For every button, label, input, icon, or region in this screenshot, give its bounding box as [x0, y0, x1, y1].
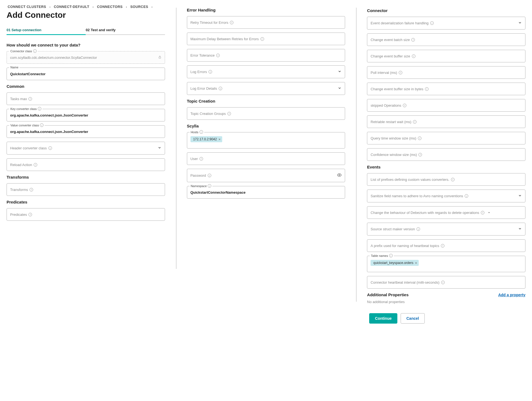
breadcrumb[interactable]: CONNECT CLUSTERS › CONNECT-DEFAULT › CON…: [7, 5, 165, 9]
password-input[interactable]: Password i: [187, 169, 345, 182]
breadcrumb-item[interactable]: CONNECT CLUSTERS: [8, 5, 46, 9]
chevron-right-icon: ›: [50, 5, 51, 8]
info-icon[interactable]: i: [209, 70, 212, 74]
info-icon[interactable]: i: [48, 146, 52, 150]
header-converter-select[interactable]: Header converter class i: [7, 142, 165, 155]
predicates-heading: Predicates: [7, 200, 165, 204]
info-icon[interactable]: i: [451, 178, 455, 181]
info-icon[interactable]: i: [430, 21, 434, 25]
info-icon[interactable]: i: [227, 112, 231, 115]
common-heading: Common: [7, 84, 165, 89]
skipped-operations-input[interactable]: skipped Operations i: [367, 99, 525, 112]
breadcrumb-item[interactable]: CONNECTORS: [97, 5, 123, 9]
heartbeat-prefix-input[interactable]: A prefix used for naming of heartbeat to…: [367, 239, 525, 252]
event-deser-failure-select[interactable]: Event deserialization failure handling i: [367, 17, 525, 30]
change-event-batch-size-input[interactable]: Change event batch size i: [367, 33, 525, 46]
info-icon[interactable]: i: [465, 194, 468, 198]
info-icon[interactable]: i: [418, 136, 421, 140]
info-icon[interactable]: i: [208, 184, 211, 188]
info-icon[interactable]: i: [441, 244, 444, 248]
tasks-max-input[interactable]: Tasks max i: [7, 92, 165, 105]
delete-operations-select[interactable]: Change the behaviour of Debezium with re…: [367, 206, 525, 219]
sanitize-field-names-select[interactable]: Sanitize field names to adhere to Avro n…: [367, 190, 525, 202]
error-tolerance-input[interactable]: Error Tolerance i: [187, 49, 345, 62]
info-icon[interactable]: i: [28, 213, 32, 216]
info-icon[interactable]: i: [208, 174, 211, 177]
change-event-buffer-bytes-input[interactable]: Change event buffer size in bytes i: [367, 83, 525, 95]
svg-point-1: [339, 175, 340, 176]
stepper: 01 Setup connection 02 Test and verify: [7, 28, 165, 35]
namespace-label: Namespace: [191, 184, 207, 188]
chevron-down-icon: [516, 227, 522, 231]
eye-icon[interactable]: [337, 173, 342, 178]
key-converter-input[interactable]: org.apache.kafka.connect.json.JsonConver…: [7, 109, 165, 121]
info-icon[interactable]: i: [417, 227, 420, 231]
chevron-down-icon: [336, 69, 342, 74]
heartbeat-interval-input[interactable]: Connector heartbeat interval (milli-seco…: [367, 276, 525, 289]
change-event-buffer-size-input[interactable]: Change event buffer size i: [367, 50, 525, 62]
info-icon[interactable]: i: [261, 37, 264, 41]
info-icon[interactable]: i: [30, 188, 33, 191]
connector-class-label: Connector class: [10, 50, 32, 53]
table-name-chip[interactable]: quickstart_keyspace.orders ✕: [371, 260, 419, 266]
info-icon[interactable]: i: [413, 120, 417, 124]
cancel-button[interactable]: Cancel: [401, 313, 425, 324]
retry-timeout-input[interactable]: Retry Timeout for Errors i: [187, 16, 345, 29]
table-names-input[interactable]: quickstart_keyspace.orders ✕: [367, 256, 525, 272]
log-error-details-select[interactable]: Log Error Details i: [187, 82, 345, 95]
name-input[interactable]: QuickstartConnector: [7, 68, 165, 80]
reload-action-input[interactable]: Reload Action i: [7, 158, 165, 171]
info-icon[interactable]: i: [199, 130, 203, 134]
close-icon[interactable]: ✕: [218, 138, 221, 141]
max-delay-input[interactable]: Maximum Delay Between Retries for Errors…: [187, 33, 345, 45]
topic-creation-groups-input[interactable]: Topic Creation Groups i: [187, 107, 345, 120]
info-icon[interactable]: i: [199, 157, 203, 161]
query-time-window-input[interactable]: Query time window size (ms) i: [367, 132, 525, 144]
connect-question: How should we connect to your data?: [7, 43, 165, 47]
info-icon[interactable]: i: [219, 87, 222, 90]
namespace-input[interactable]: QuickstartConnectorNamespace: [187, 186, 345, 199]
chevron-right-icon: ›: [92, 5, 94, 8]
info-icon[interactable]: i: [412, 54, 415, 58]
info-icon[interactable]: i: [403, 104, 406, 107]
log-errors-select[interactable]: Log Errors i: [187, 65, 345, 78]
info-icon[interactable]: i: [28, 97, 32, 101]
hosts-input[interactable]: 172.17.0.2:9042 ✕: [187, 132, 345, 149]
info-icon[interactable]: i: [399, 71, 402, 74]
step-setup-connection[interactable]: 01 Setup connection: [7, 28, 86, 35]
host-chip[interactable]: 172.17.0.2:9042 ✕: [190, 136, 222, 142]
add-property-link[interactable]: Add a property: [498, 293, 525, 297]
info-icon[interactable]: i: [389, 254, 393, 257]
step-test-verify[interactable]: 02 Test and verify: [86, 28, 165, 35]
retriable-restart-wait-input[interactable]: Retriable restart wait (ms) i: [367, 115, 525, 128]
info-icon[interactable]: i: [33, 49, 37, 53]
predicates-input[interactable]: Predicates i: [7, 208, 165, 221]
info-icon[interactable]: i: [481, 211, 484, 214]
info-icon[interactable]: i: [40, 123, 44, 127]
breadcrumb-item[interactable]: SOURCES: [130, 5, 148, 9]
value-converter-input[interactable]: org.apache.kafka.connect.json.JsonConver…: [7, 125, 165, 138]
custom-value-converters-input[interactable]: List of prefixes defining custom values …: [367, 173, 525, 186]
confidence-window-input[interactable]: Confidence window size (ms) i: [367, 148, 525, 161]
info-icon[interactable]: i: [411, 38, 415, 42]
info-icon[interactable]: i: [230, 21, 233, 24]
info-icon[interactable]: i: [38, 107, 41, 111]
name-label: Name: [10, 66, 18, 69]
info-icon[interactable]: i: [418, 153, 422, 156]
transforms-input[interactable]: Transforms i: [7, 183, 165, 196]
chevron-right-icon: ›: [152, 5, 153, 8]
source-struct-maker-select[interactable]: Source struct maker version i: [367, 223, 525, 236]
info-icon[interactable]: i: [441, 281, 445, 284]
connector-heading: Connector: [367, 8, 525, 13]
breadcrumb-item[interactable]: CONNECT-DEFAULT: [54, 5, 89, 9]
close-icon[interactable]: ✕: [415, 261, 417, 265]
info-icon[interactable]: i: [425, 87, 429, 91]
user-input[interactable]: User i: [187, 152, 345, 165]
info-icon[interactable]: i: [34, 163, 37, 167]
poll-interval-input[interactable]: Poll interval (ms) i: [367, 66, 525, 79]
info-icon[interactable]: i: [216, 54, 220, 57]
continue-button[interactable]: Continue: [369, 313, 397, 324]
topic-creation-heading: Topic Creation: [187, 99, 345, 103]
additional-properties-heading: Additional Properties: [367, 292, 409, 297]
chevron-down-icon: [336, 86, 342, 91]
